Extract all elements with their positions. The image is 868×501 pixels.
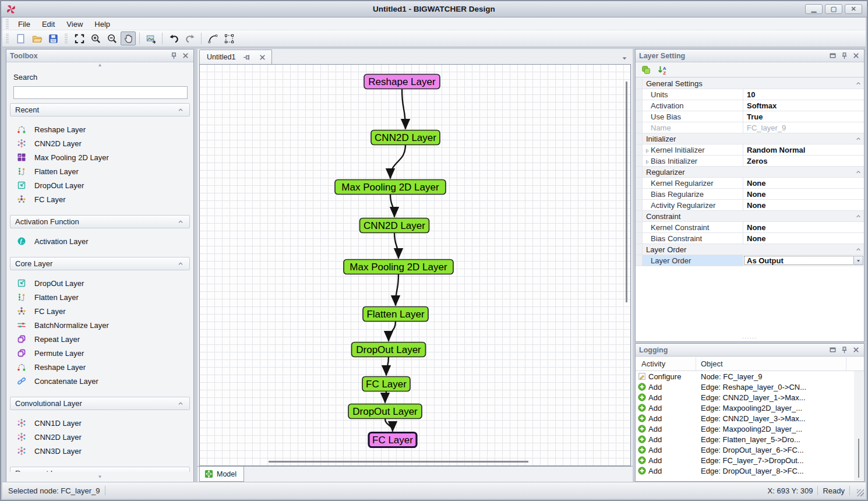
log-row[interactable]: AddEdge: CNN2D_layer_3->Max... bbox=[636, 413, 864, 424]
undo-button[interactable] bbox=[166, 31, 181, 45]
canvas-node-cnn2d-layer[interactable]: CNN2D Layer bbox=[360, 218, 429, 233]
property-row-bias-constraint[interactable]: Bias ConstraintNone bbox=[636, 233, 864, 244]
section-header-core-layer[interactable]: Core Layer bbox=[10, 257, 190, 270]
pin-icon[interactable] bbox=[242, 53, 251, 62]
curve-button[interactable] bbox=[205, 31, 220, 45]
log-row[interactable]: AddEdge: Maxpooling2D_layer_... bbox=[636, 403, 864, 413]
maximize-icon[interactable] bbox=[828, 345, 837, 354]
canvas-node-cnn2d-layer[interactable]: CNN2D Layer bbox=[371, 130, 440, 145]
dropdown-button[interactable] bbox=[853, 256, 863, 265]
search-input[interactable] bbox=[13, 86, 188, 99]
pan-button[interactable] bbox=[121, 31, 136, 45]
toolbox-item-flatten-layer[interactable]: Flatten Layer bbox=[9, 164, 191, 178]
zoom-in-button[interactable] bbox=[88, 31, 103, 45]
log-row[interactable]: AddEdge: CNN2D_layer_1->Max... bbox=[636, 392, 864, 403]
property-row-name[interactable]: NameFC_layer_9 bbox=[636, 122, 864, 133]
property-value[interactable]: Random Normal bbox=[747, 146, 805, 154]
canvas-node-flatten-layer[interactable]: Flatten Layer bbox=[363, 307, 428, 322]
property-value[interactable]: True bbox=[747, 112, 763, 121]
property-value[interactable]: Softmax bbox=[747, 101, 777, 110]
property-category-regularizer[interactable]: Regularizer bbox=[636, 167, 864, 178]
toolbox-item-cnn3d-layer[interactable]: CNN3D Layer bbox=[9, 444, 191, 458]
pin-icon[interactable] bbox=[840, 51, 849, 60]
minimize-button[interactable]: ▁ bbox=[805, 4, 823, 14]
chevron-down-icon[interactable] bbox=[621, 54, 628, 61]
log-row[interactable]: AddEdge: Reshape_layer_0->CN... bbox=[636, 382, 864, 392]
property-value[interactable]: Zeros bbox=[747, 157, 767, 165]
log-row[interactable]: AddEdge: FC_layer_7->DropOut... bbox=[636, 455, 864, 465]
property-category-constraint[interactable]: Constraint bbox=[636, 211, 864, 222]
expander-icon[interactable] bbox=[644, 147, 650, 153]
toolbox-item-flatten-layer[interactable]: Flatten Layer bbox=[9, 290, 191, 304]
scroll-down-arrow[interactable]: ▼ bbox=[6, 474, 193, 480]
property-row-kernel-regularizer[interactable]: Kernel RegularizerNone bbox=[636, 178, 864, 189]
property-value[interactable]: None bbox=[747, 223, 766, 232]
canvas-node-fc-layer[interactable]: FC Layer bbox=[369, 433, 417, 447]
canvas-node-dropout-layer[interactable]: DropOut Layer bbox=[352, 343, 426, 357]
toolbox-item-concatenate-layer[interactable]: Concatenate Layer bbox=[9, 374, 191, 388]
toolbox-item-cnn2d-layer[interactable]: CNN2D Layer bbox=[9, 430, 191, 444]
toolbar-gripper[interactable] bbox=[6, 34, 9, 43]
close-icon[interactable] bbox=[852, 345, 860, 354]
save-button[interactable] bbox=[45, 31, 61, 45]
property-row-bias-regularize[interactable]: Bias RegularizeNone bbox=[636, 189, 864, 200]
model-canvas[interactable]: Reshape LayerCNN2D LayerMax Pooling 2D L… bbox=[199, 64, 631, 466]
close-icon[interactable] bbox=[181, 51, 190, 60]
property-value[interactable]: None bbox=[747, 201, 766, 210]
canvas-node-max-pooling-2d-layer[interactable]: Max Pooling 2D Layer bbox=[335, 180, 446, 195]
property-row-use-bias[interactable]: Use BiasTrue bbox=[636, 111, 864, 122]
select-button[interactable] bbox=[221, 31, 237, 45]
canvas-vertical-scrollbar[interactable] bbox=[626, 82, 627, 302]
property-category-layer-order[interactable]: Layer Order bbox=[636, 244, 864, 255]
fit-button[interactable] bbox=[72, 31, 87, 45]
pin-icon[interactable] bbox=[840, 345, 849, 354]
toolbox-item-repeat-layer[interactable]: Repeat Layer bbox=[9, 332, 191, 346]
panel-splitter[interactable]: ⸱⸱⸱⸱⸱⸱ bbox=[636, 336, 864, 340]
property-value[interactable]: 10 bbox=[747, 90, 755, 99]
toolbox-item-dropout-layer[interactable]: DropOut Layer bbox=[9, 178, 191, 192]
section-header-activation-function[interactable]: Activation Function bbox=[10, 215, 190, 228]
toolbox-item-activation-layer[interactable]: fActivation Layer bbox=[9, 234, 191, 248]
canvas-horizontal-scrollbar[interactable] bbox=[269, 461, 528, 463]
column-object[interactable]: Object bbox=[696, 357, 846, 371]
canvas-node-fc-layer[interactable]: FC Layer bbox=[362, 377, 410, 391]
property-category-initializer[interactable]: Initializer bbox=[636, 133, 864, 144]
property-row-units[interactable]: Units10 bbox=[636, 89, 864, 100]
property-value[interactable]: None bbox=[747, 234, 766, 243]
close-button[interactable]: ✕ bbox=[845, 4, 862, 14]
toolbox-item-cnn1d-layer[interactable]: CNN1D Layer bbox=[9, 416, 191, 430]
expander-icon[interactable] bbox=[644, 158, 650, 164]
property-value[interactable]: As Output bbox=[747, 256, 784, 265]
toolbox-item-reshape-layer[interactable]: Reshape Layer bbox=[9, 360, 191, 374]
column-activity[interactable]: Activity bbox=[636, 357, 696, 371]
maximize-button[interactable]: ▢ bbox=[825, 4, 842, 14]
pin-icon[interactable] bbox=[170, 51, 178, 60]
new-button[interactable] bbox=[13, 31, 28, 45]
menu-view[interactable]: View bbox=[61, 19, 89, 30]
redo-button[interactable] bbox=[182, 31, 197, 45]
section-header-convolutional-layer[interactable]: Convolutional Layer bbox=[10, 397, 190, 410]
toolbox-item-cnn2d-layer[interactable]: CNN2D Layer bbox=[9, 136, 191, 150]
log-row[interactable]: AddEdge: DropOut_layer_8->FC... bbox=[636, 465, 864, 476]
log-row[interactable]: AddEdge: Flatten_layer_5->Dro... bbox=[636, 434, 864, 444]
property-value[interactable]: FC_layer_9 bbox=[747, 124, 786, 132]
menu-help[interactable]: Help bbox=[89, 19, 116, 30]
property-row-bias-initializer[interactable]: Bias InitializerZeros bbox=[636, 156, 864, 167]
close-icon[interactable] bbox=[852, 51, 860, 60]
title-bar[interactable]: Untitled1 - BIGWATCHER Design ▁ ▢ ✕ bbox=[1, 1, 867, 17]
property-row-kernel-initializer[interactable]: Kernel InitializerRandom Normal bbox=[636, 144, 864, 156]
section-header-recurrent-layer[interactable]: Recurrent Layer bbox=[10, 467, 190, 472]
toolbox-item-fc-layer[interactable]: FC Layer bbox=[9, 304, 191, 318]
toolbox-item-fc-layer[interactable]: FC Layer bbox=[9, 192, 191, 206]
log-row[interactable]: AddEdge: DropOut_layer_6->FC... bbox=[636, 444, 864, 455]
document-tab[interactable]: Untitled1 bbox=[199, 50, 272, 64]
property-row-activity-regularizer[interactable]: Activity RegularizerNone bbox=[636, 200, 864, 211]
toolbox-item-max-pooling-2d-layer[interactable]: >Max Pooling 2D Layer bbox=[9, 150, 191, 164]
open-button[interactable] bbox=[29, 31, 44, 45]
scroll-up-arrow[interactable]: ▲ bbox=[6, 62, 193, 68]
canvas-node-max-pooling-2d-layer[interactable]: Max Pooling 2D Layer bbox=[344, 260, 453, 274]
tab-model[interactable]: Model bbox=[199, 467, 244, 482]
sort-alphabetical-button[interactable]: AZ bbox=[655, 63, 670, 77]
close-icon[interactable] bbox=[258, 53, 267, 62]
categorized-view-button[interactable] bbox=[638, 63, 654, 77]
